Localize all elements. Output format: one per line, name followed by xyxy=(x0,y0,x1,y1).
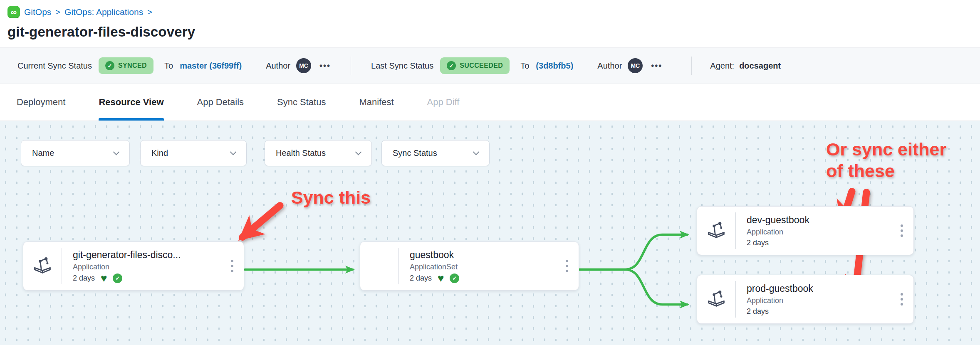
node-age: 2 days xyxy=(747,307,769,316)
divider xyxy=(351,57,351,75)
kebab-menu-icon[interactable] xyxy=(555,242,579,290)
current-to-label: To xyxy=(164,61,173,71)
current-revision-link[interactable]: master (36f99ff) xyxy=(180,61,242,71)
node-title: prod-guestbook xyxy=(747,283,890,294)
breadcrumb: ∞ GitOps > GitOps: Applications > xyxy=(7,6,980,18)
node-kind: Application xyxy=(747,296,890,305)
node-kind: Application xyxy=(73,263,220,271)
current-author-label: Author xyxy=(266,61,290,71)
tab-manifest[interactable]: Manifest xyxy=(359,84,393,121)
graph-node-prod-guestbook[interactable]: prod-guestbook Application 2 days xyxy=(697,275,914,324)
health-heart-icon: ♥ xyxy=(101,274,107,282)
annotation-arrow-sync-this xyxy=(243,206,280,237)
node-age: 2 days xyxy=(747,239,769,247)
health-heart-icon: ♥ xyxy=(438,274,444,282)
check-circle-icon: ✓ xyxy=(447,61,456,70)
sync-check-icon: ✓ xyxy=(450,274,459,283)
sync-status-bar: Current Sync Status ✓ SYNCED To master (… xyxy=(0,47,980,84)
divider xyxy=(691,57,692,75)
chevron-down-icon xyxy=(230,149,237,155)
chevron-down-icon xyxy=(473,149,480,155)
kebab-menu-icon[interactable] xyxy=(890,275,913,323)
chevron-down-icon xyxy=(355,149,362,155)
tab-sync-status[interactable]: Sync Status xyxy=(277,84,326,121)
annotation-line: of these xyxy=(826,160,946,182)
breadcrumb-link-gitops[interactable]: GitOps xyxy=(24,7,51,17)
page-title: git-generator-files-discovery xyxy=(7,24,980,40)
tab-bar: Deployment Resource View App Details Syn… xyxy=(0,84,980,121)
last-more-icon[interactable]: ••• xyxy=(651,61,662,71)
last-author-label: Author xyxy=(597,61,622,71)
check-circle-icon: ✓ xyxy=(105,61,114,70)
application-icon xyxy=(23,242,62,290)
last-sync-status-label: Last Sync Status xyxy=(371,61,433,71)
breadcrumb-separator: > xyxy=(55,7,60,17)
filter-label: Health Status xyxy=(276,148,326,158)
node-age: 2 days xyxy=(73,274,95,283)
agent-label: Agent: xyxy=(710,61,734,71)
current-sync-status-badge: ✓ SYNCED xyxy=(99,57,153,74)
filter-kind-dropdown[interactable]: Kind xyxy=(140,140,247,166)
graph-node-guestbook[interactable]: guestbook ApplicationSet 2 days ♥ ✓ xyxy=(360,242,579,291)
kebab-menu-icon[interactable] xyxy=(890,207,913,255)
breadcrumb-link-applications[interactable]: GitOps: Applications xyxy=(64,7,143,17)
last-author-avatar: MC xyxy=(628,58,643,73)
node-info: prod-guestbook Application 2 days xyxy=(736,275,890,323)
application-icon xyxy=(697,207,735,255)
graph-node-dev-guestbook[interactable]: dev-guestbook Application 2 days xyxy=(697,206,914,255)
node-info: guestbook ApplicationSet 2 days ♥ ✓ xyxy=(399,242,555,290)
gitops-app-screen: ∞ GitOps > GitOps: Applications > git-ge… xyxy=(0,0,980,345)
resource-graph-canvas: Name Kind Health Status Sync Status xyxy=(0,121,980,345)
last-revision-link[interactable]: (3d8bfb5) xyxy=(536,61,573,71)
node-title: git-generator-files-disco... xyxy=(73,249,220,261)
application-icon xyxy=(697,275,735,323)
annotation-sync-this: Sync this xyxy=(291,187,371,208)
kebab-menu-icon[interactable] xyxy=(220,242,244,290)
annotation-line: Or sync either xyxy=(826,138,946,160)
filter-label: Sync Status xyxy=(393,148,437,158)
tab-app-diff: App Diff xyxy=(427,84,460,121)
annotation-or-sync: Or sync either of these xyxy=(826,138,946,182)
tab-resource-view[interactable]: Resource View xyxy=(99,84,163,121)
filter-label: Name xyxy=(32,148,54,158)
sync-check-icon: ✓ xyxy=(113,274,122,283)
page-header: ∞ GitOps > GitOps: Applications > git-ge… xyxy=(0,0,980,47)
tab-deployment[interactable]: Deployment xyxy=(17,84,65,121)
node-kind: Application xyxy=(747,228,890,237)
node-title: guestbook xyxy=(410,249,555,261)
filter-label: Kind xyxy=(151,148,168,158)
current-more-icon[interactable]: ••• xyxy=(319,61,331,71)
last-sync-status-badge: ✓ SUCCEEDED xyxy=(440,57,510,74)
node-title: dev-guestbook xyxy=(747,214,890,226)
edge-guestbook-to-prod xyxy=(579,270,687,305)
gitops-logo-icon: ∞ xyxy=(7,6,20,18)
filter-sync-status-dropdown[interactable]: Sync Status xyxy=(381,140,490,166)
current-sync-status-label: Current Sync Status xyxy=(17,61,92,71)
filter-health-status-dropdown[interactable]: Health Status xyxy=(265,140,372,166)
chevron-down-icon xyxy=(113,149,120,155)
node-info: dev-guestbook Application 2 days xyxy=(736,207,890,255)
node-kind: ApplicationSet xyxy=(410,263,555,271)
badge-label: SYNCED xyxy=(118,62,147,69)
current-author-avatar: MC xyxy=(296,58,311,73)
breadcrumb-separator: > xyxy=(147,7,152,17)
node-icon-placeholder xyxy=(360,242,398,290)
node-age: 2 days xyxy=(410,274,432,283)
edge-guestbook-to-dev xyxy=(579,235,687,270)
node-info: git-generator-files-disco... Application… xyxy=(62,242,220,290)
last-to-label: To xyxy=(520,61,529,71)
agent-value: docsagent xyxy=(739,61,781,71)
tab-app-details[interactable]: App Details xyxy=(197,84,244,121)
graph-node-git-generator-files-discovery[interactable]: git-generator-files-disco... Application… xyxy=(23,242,244,291)
filter-name-dropdown[interactable]: Name xyxy=(21,140,130,166)
badge-label: SUCCEEDED xyxy=(460,62,503,69)
